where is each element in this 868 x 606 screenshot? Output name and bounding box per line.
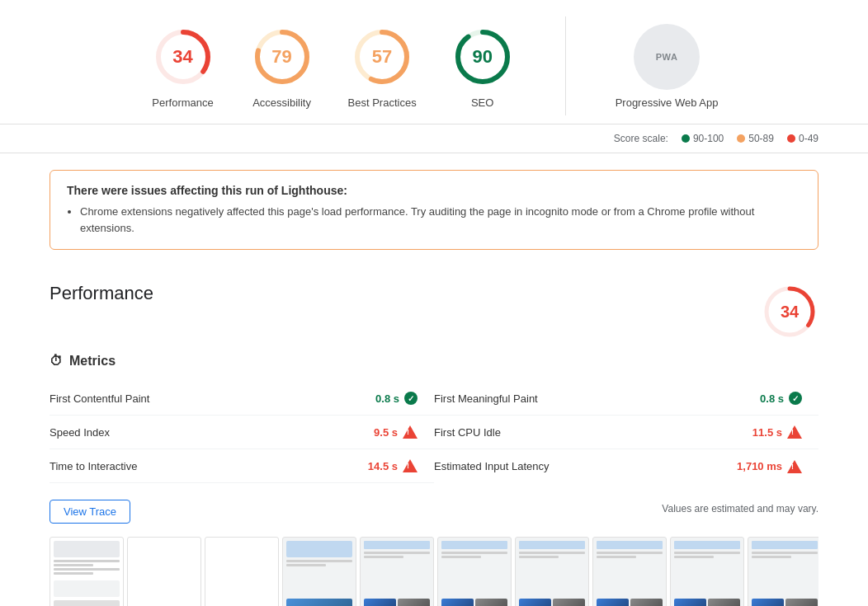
fmp-label: First Meaningful Paint [434,392,538,405]
top-scores-bar: 34 Performance 79 Accessibility 57 Best … [0,0,868,124]
filmstrip-frame-8 [592,537,667,606]
scale-orange-dot [737,134,745,143]
metrics-header: ⏱ Metrics [50,354,818,369]
fci-label: First CPU Idle [434,426,501,439]
eil-warn-icon [787,460,802,473]
score-best-practices[interactable]: 57 Best Practices [348,24,417,109]
filmstrip-frame-10 [748,537,818,606]
accessibility-label: Accessibility [252,96,311,109]
warning-body: Chrome extensions negatively affected th… [67,204,801,236]
performance-label: Performance [152,96,213,109]
filmstrip-frame-2 [127,537,201,606]
performance-circle: 34 [150,24,216,90]
filmstrip-frame-4 [282,537,356,606]
fmp-value: 0.8 s ✓ [760,392,802,405]
filmstrip-frame-7 [515,537,589,606]
metric-fcp: First Contentful Paint 0.8 s ✓ [50,382,434,416]
pwa-label: Progressive Web App [616,96,719,109]
score-scale-label: Score scale: [614,133,668,144]
metric-fmp: First Meaningful Paint 0.8 s ✓ [434,382,818,416]
pwa-badge-label: PWA [656,52,678,62]
fcp-label: First Contentful Paint [50,392,149,405]
score-pwa[interactable]: PWA Progressive Web App [616,24,719,109]
metric-tti: Time to Interactive 14.5 s [50,449,434,483]
performance-section-title: Performance [50,283,153,304]
score-seo[interactable]: 90 SEO [450,24,516,109]
filmstrip [50,537,818,606]
scale-red: 0-49 [787,133,818,144]
metric-fci: First CPU Idle 11.5 s [434,416,818,449]
filmstrip-frame-6 [437,537,512,606]
filmstrip-frame-9 [670,537,744,606]
divider [565,16,566,115]
score-performance[interactable]: 34 Performance [150,24,216,109]
score-accessibility[interactable]: 79 Accessibility [249,24,315,109]
metrics-grid: First Contentful Paint 0.8 s ✓ First Mea… [50,382,818,483]
fmp-check-icon: ✓ [789,392,802,405]
tti-value: 14.5 s [368,459,417,472]
performance-section-circle: 34 [761,283,818,341]
seo-label: SEO [471,96,493,109]
filmstrip-frame-5 [360,537,434,606]
filmstrip-frame-1 [50,537,124,606]
fcp-check-icon: ✓ [404,392,417,405]
tti-label: Time to Interactive [50,460,137,472]
si-warn-icon [403,425,417,439]
scale-green: 90-100 [682,133,724,144]
scale-red-dot [787,134,795,143]
fci-value: 11.5 s [752,425,802,439]
seo-circle: 90 [450,24,516,90]
eil-value: 1,710 ms [737,460,802,473]
best-practices-score: 57 [372,46,392,68]
performance-score: 34 [172,46,192,68]
tti-warn-icon [403,459,417,472]
performance-section-score: 34 [781,303,799,322]
metric-si: Speed Index 9.5 s [50,416,434,449]
scale-green-range: 90-100 [693,133,724,144]
warning-box: There were issues affecting this run of … [50,170,818,250]
best-practices-circle: 57 [349,24,415,90]
si-label: Speed Index [50,426,110,439]
scale-orange: 50-89 [737,133,774,144]
accessibility-circle: 79 [249,24,315,90]
metrics-footer: View Trace Values are estimated and may … [50,486,818,524]
warning-item: Chrome extensions negatively affected th… [80,204,801,236]
scale-red-range: 0-49 [799,133,818,144]
scale-orange-range: 50-89 [748,133,774,144]
eil-label: Estimated Input Latency [434,460,549,472]
accessibility-score: 79 [271,46,291,68]
si-value: 9.5 s [374,425,417,439]
performance-section: Performance 34 ⏱ Metrics First Contentfu… [0,266,868,606]
fci-warn-icon [787,425,802,439]
fcp-value: 0.8 s ✓ [375,392,417,405]
metric-eil: Estimated Input Latency 1,710 ms [434,449,818,483]
pwa-circle: PWA [634,24,700,90]
estimated-note: Values are estimated and may vary. [662,503,818,514]
warning-title: There were issues affecting this run of … [67,184,801,197]
stopwatch-icon: ⏱ [50,354,63,369]
filmstrip-frame-3 [205,537,279,606]
performance-header: Performance 34 [50,283,818,341]
best-practices-label: Best Practices [348,96,417,109]
view-trace-button[interactable]: View Trace [50,500,130,524]
score-scale-bar: Score scale: 90-100 50-89 0-49 [0,124,868,153]
seo-score: 90 [472,46,492,68]
scale-green-dot [682,134,690,143]
metrics-title: Metrics [69,354,116,369]
